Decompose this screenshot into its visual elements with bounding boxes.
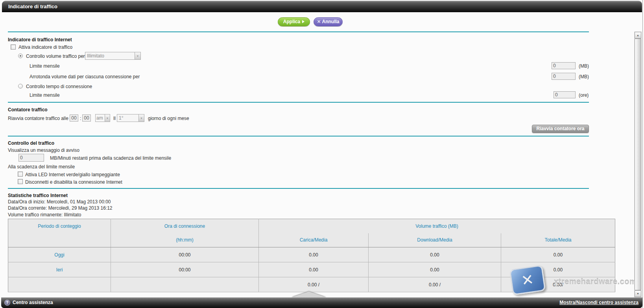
enable-traffic-meter-checkbox[interactable]: [11, 44, 16, 50]
current-datetime: Data/Ora corrente: Mercoledì, 29 Mag 201…: [8, 205, 112, 211]
download-cell: 0.00: [369, 262, 501, 277]
scroll-down-button[interactable]: ▼: [635, 290, 641, 297]
help-center-label: Centro assistenza: [13, 300, 53, 305]
traffic-counter-heading: Contatore traffico: [8, 107, 48, 113]
warning-threshold-suffix: MB/Minuti restanti prima della scadenza …: [50, 155, 171, 161]
period-link[interactable]: Ieri: [8, 262, 111, 277]
section-divider: [8, 188, 589, 189]
connection-time-cell: 00:00: [111, 262, 259, 277]
toggle-help-center-link[interactable]: Mostra/Nascondi centro assistenza: [559, 300, 638, 305]
limit-expiry-intro: Alla scadenza del limite mensile: [8, 164, 75, 170]
statistics-table-container: Periodo di conteggio Ora di connessione …: [8, 219, 616, 294]
table-row-yesterday: Ieri 00:00 0.00 0.00 0.00: [8, 262, 615, 277]
section-divider: [8, 31, 589, 32]
warning-message-intro: Visualizza un messaggio di avviso: [8, 148, 79, 153]
time-control-radio[interactable]: [18, 84, 23, 89]
period-link[interactable]: Oggi: [8, 247, 111, 262]
round-volume-label: Arrotonda volume dati per ciascuna conne…: [30, 74, 140, 79]
total-cell: 0.00: [501, 262, 615, 277]
time-separator: :: [80, 116, 81, 121]
upload-cell: 0.00: [259, 247, 369, 262]
column-header-traffic-volume: Volume traffico (MB): [259, 219, 615, 233]
traffic-control-heading: Controllo del traffico: [8, 140, 54, 146]
restart-counter-now-button[interactable]: Riavvia contatore ora: [532, 125, 589, 133]
monthly-limit-input[interactable]: [552, 62, 576, 69]
day-of-month-select-value: 1°: [117, 114, 138, 122]
chevron-down-icon[interactable]: ▼: [138, 114, 144, 122]
time-control-label: Controllo tempo di connessione: [26, 84, 92, 89]
help-footer-bar: ? Centro assistenza Mostra/Nascondi cent…: [1, 297, 642, 308]
page-title-bar: Indicatore di traffico: [2, 1, 642, 12]
help-icon: ?: [4, 300, 10, 306]
restart-hour-input[interactable]: [70, 114, 78, 122]
scrollbar-thumb[interactable]: [635, 39, 641, 290]
volume-control-label: Controllo volume traffico per: [26, 53, 85, 59]
enable-traffic-meter-label: Attiva indicatore di traffico: [18, 44, 72, 50]
internet-statistics-heading: Statistiche traffico Internet: [8, 193, 68, 198]
column-subheader-hhmm: (hh:mm): [111, 233, 259, 247]
statistics-table: Periodo di conteggio Ora di connessione …: [8, 219, 615, 292]
meridiem-select[interactable]: am ▼: [95, 114, 110, 122]
cancel-button[interactable]: ✕Annulla: [314, 17, 343, 26]
time-limit-unit: (ore): [579, 92, 589, 98]
scroll-up-button[interactable]: ▲: [635, 32, 641, 39]
time-limit-label: Limite mensile: [30, 92, 60, 98]
upload-cell: 0.00 /: [259, 277, 369, 292]
round-volume-input[interactable]: [552, 73, 576, 80]
apply-arrow-icon: [302, 20, 304, 23]
router-admin-page: Indicatore di traffico Applica ✕Annulla …: [0, 0, 644, 308]
volume-limit-select[interactable]: Illimitato ▼: [85, 52, 141, 60]
traffic-meter-heading: Indicatore di traffico Internet: [8, 37, 72, 42]
day-prefix-label: Il: [113, 116, 116, 121]
day-of-month-select[interactable]: 1° ▼: [117, 114, 144, 122]
download-cell: 0.00: [369, 247, 501, 262]
connection-time-cell: [111, 277, 259, 292]
upload-cell: 0.00: [259, 262, 369, 277]
total-cell: 0.00/: [501, 277, 615, 292]
blink-led-label: Attiva LED Internet verde/giallo lampegg…: [25, 172, 120, 177]
page-title: Indicatore di traffico: [8, 4, 57, 9]
column-header-period: Periodo di conteggio: [8, 219, 111, 233]
restart-counter-prefix: Riavvia contatore traffico alle: [8, 116, 68, 121]
volume-limit-select-value: Illimitato: [85, 52, 135, 59]
remaining-volume: Volume traffico rimanente: Illimitato: [8, 212, 81, 218]
download-cell: 0.00 /: [369, 277, 501, 292]
warning-threshold-input[interactable]: [18, 154, 44, 162]
apply-button-label: Applica: [283, 19, 300, 24]
section-divider: [8, 136, 589, 136]
period-link[interactable]: [8, 277, 111, 292]
restart-minute-input[interactable]: [82, 114, 91, 122]
apply-button[interactable]: Applica: [278, 17, 310, 26]
disconnect-checkbox[interactable]: [18, 179, 23, 184]
table-row-partial: 0.00 / 0.00 / 0.00/: [8, 277, 615, 292]
column-subheader-upload: Carica/Media: [259, 233, 369, 247]
vertical-scrollbar[interactable]: ▲ ▼: [634, 31, 642, 297]
monthly-limit-unit: (MB): [579, 63, 589, 69]
column-header-connection-time: Ora di connessione: [111, 219, 259, 233]
cancel-button-label: Annulla: [322, 19, 340, 24]
connection-time-cell: 00:00: [111, 247, 259, 262]
section-divider: [8, 102, 589, 103]
time-limit-input[interactable]: [554, 91, 576, 98]
column-subheader-empty: [8, 233, 111, 247]
blink-led-checkbox[interactable]: [18, 172, 23, 177]
volume-control-radio[interactable]: [18, 53, 23, 58]
column-subheader-download: Download/Media: [369, 233, 501, 247]
round-volume-unit: (MB): [579, 74, 589, 79]
disconnect-label: Disconnetti e disabilita la connessione …: [25, 179, 122, 185]
chevron-down-icon[interactable]: ▼: [105, 114, 110, 122]
meridiem-select-value: am: [96, 114, 105, 122]
cancel-x-icon: ✕: [317, 19, 321, 24]
start-datetime: Data/Ora di inizio: Mercoledì, 01 Mag 20…: [8, 199, 111, 205]
total-cell: 0.00: [501, 247, 615, 262]
table-row-today: Oggi 00:00 0.00 0.00 0.00: [8, 247, 615, 262]
help-panel-expand-arrow[interactable]: [292, 291, 326, 297]
restart-counter-suffix: giorno di ogni mese: [148, 116, 189, 121]
window-right-border: [642, 0, 643, 308]
monthly-limit-label: Limite mensile: [30, 63, 60, 69]
chevron-down-icon[interactable]: ▼: [135, 52, 140, 59]
column-subheader-total: Totale/Media: [501, 233, 615, 247]
